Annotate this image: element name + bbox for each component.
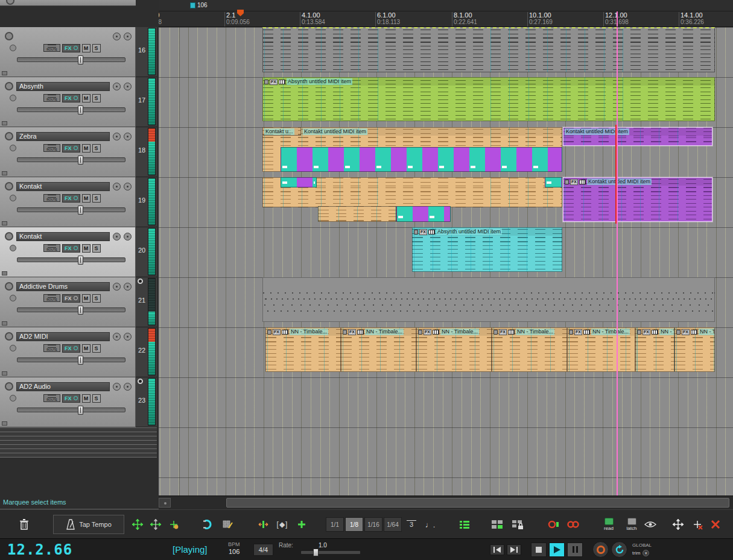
media-item[interactable] [262,27,715,72]
pause-button[interactable] [567,543,583,557]
record-arm-button[interactable] [6,0,14,5]
mouse-modifier-disable-button[interactable] [706,515,725,534]
route-button[interactable]: ROUTE [43,294,60,302]
track-panel[interactable]: AD2 AudioROUTEFXMS [0,377,136,427]
fx-button[interactable]: FX [62,44,80,52]
fx-badge[interactable]: FX [682,329,690,335]
time-signature[interactable]: 4/4 [253,544,273,556]
solo-button[interactable]: S [92,344,101,353]
track-panel[interactable]: KontaktROUTEFXMS [0,177,136,227]
mute-button[interactable]: M [82,144,90,153]
folder-icon[interactable] [2,71,7,75]
media-item[interactable] [318,206,396,222]
volume-fader[interactable] [17,357,125,362]
fx-badge[interactable]: FX [424,329,431,335]
note-division-button[interactable]: 1/64 [384,517,402,532]
input-button[interactable] [124,83,132,90]
dropdown-chevron-icon[interactable]: ▾ [643,550,649,556]
record-button[interactable] [592,541,609,558]
solo-button[interactable]: S [92,244,101,253]
track-panel[interactable]: Addictive DrumsROUTEFXMS [0,277,136,327]
lock-settings-button[interactable] [508,515,527,534]
input-button[interactable] [124,383,132,391]
record-monitor-button[interactable] [113,33,121,40]
note-division-button[interactable]: 1/8 [345,517,363,532]
track-name[interactable]: Kontakt [16,232,110,241]
route-button[interactable]: ROUTE [43,144,60,152]
track-name[interactable]: Kontakt [16,182,110,191]
route-button[interactable]: ROUTE [43,344,60,352]
envelope-button[interactable] [10,95,16,101]
folder-icon[interactable] [2,421,7,426]
volume-fader[interactable] [17,157,125,162]
track-panel[interactable]: AbsynthROUTEFXMS [0,77,136,127]
tap-tempo-button[interactable]: Tap Tempo [53,515,124,534]
media-item[interactable]: FXNN - Timbale... [416,327,492,372]
record-arm-button[interactable] [5,132,13,140]
fx-badge[interactable]: FX [348,329,356,335]
input-button[interactable] [124,333,132,341]
folder-icon[interactable] [2,271,7,275]
media-item[interactable]: FXNN - Timbale... [492,327,567,372]
ruler-mark[interactable]: 1.004.528 [159,11,162,26]
trim-behind-button[interactable] [253,515,273,534]
ruler-mark[interactable]: 6.1.000:18.113 [377,11,400,26]
volume-fader[interactable] [17,107,125,112]
input-button[interactable] [124,183,132,190]
media-item[interactable]: FXAbsynth untitled MIDI item [262,77,715,121]
media-item[interactable]: FXNN - Timbale... [567,327,635,372]
record-arm-button[interactable] [5,382,13,391]
lock-icon[interactable] [267,330,271,335]
envelope-button[interactable] [10,295,16,301]
trash-button[interactable] [14,515,34,534]
record-monitor-button[interactable] [113,283,121,291]
play-button[interactable] [549,543,565,557]
track-panel[interactable]: AD2 MIDIROUTEFXMS [0,327,136,377]
folder-icon[interactable] [2,121,7,125]
media-item[interactable]: Kontakt untitled MIDI item [563,127,712,146]
media-item[interactable] [262,277,715,322]
track-name[interactable]: Zebra [16,132,110,141]
solo-button[interactable]: S [92,44,101,52]
track-manager-button[interactable] [455,515,474,534]
media-item[interactable]: FXAbsynth untitled MIDI item [412,227,562,272]
record-arm-button[interactable] [5,282,13,291]
dotted-note-button[interactable]: ♩. [422,517,438,532]
empty-track-area[interactable] [0,427,157,458]
record-mode-normal-button[interactable] [544,515,563,534]
tempo-marker[interactable]: 106 [190,2,208,8]
input-button[interactable] [124,233,132,241]
record-monitor-button[interactable] [113,183,121,190]
route-button[interactable]: ROUTE [43,94,60,102]
ruler-mark[interactable]: 14.1.000:36.226 [681,11,704,26]
envelope-points-button[interactable]: [◆] [273,515,292,534]
record-mode-overdub-button[interactable] [563,515,583,534]
solo-button[interactable]: S [92,144,101,153]
route-button[interactable]: ROUTE [43,394,60,402]
ruler-mark[interactable]: 8.1.000:22.641 [454,11,477,26]
envelope-button[interactable] [10,195,16,201]
note-division-button[interactable]: 1/1 [326,517,344,532]
snap-toggle-button[interactable] [198,515,217,534]
media-item[interactable]: FXNN - Timbale... [341,327,416,372]
envelope-button[interactable] [10,245,16,251]
media-item[interactable]: FXKontakt untitled MIDI item [563,177,712,222]
record-monitor-button[interactable] [113,333,121,341]
mute-button[interactable]: M [82,294,90,303]
fx-button[interactable]: FX [62,344,80,353]
envelope-button[interactable] [10,345,16,351]
record-monitor-button[interactable] [113,233,121,241]
folder-icon[interactable] [2,171,7,175]
volume-fader[interactable] [17,307,125,312]
lock-icon[interactable] [414,230,418,234]
volume-fader[interactable] [17,257,125,262]
fx-badge[interactable]: FX [570,179,578,185]
horizontal-scrollbar[interactable] [159,496,733,509]
move-tool-button[interactable] [128,515,147,534]
fx-badge[interactable]: FX [273,329,281,335]
lock-icon[interactable] [264,80,268,84]
fx-badge[interactable]: FX [574,329,582,335]
ruler-mark[interactable]: 10.1.000:27.169 [529,11,553,26]
record-arm-button[interactable] [5,332,13,341]
track-name[interactable]: Addictive Drums [16,282,110,291]
